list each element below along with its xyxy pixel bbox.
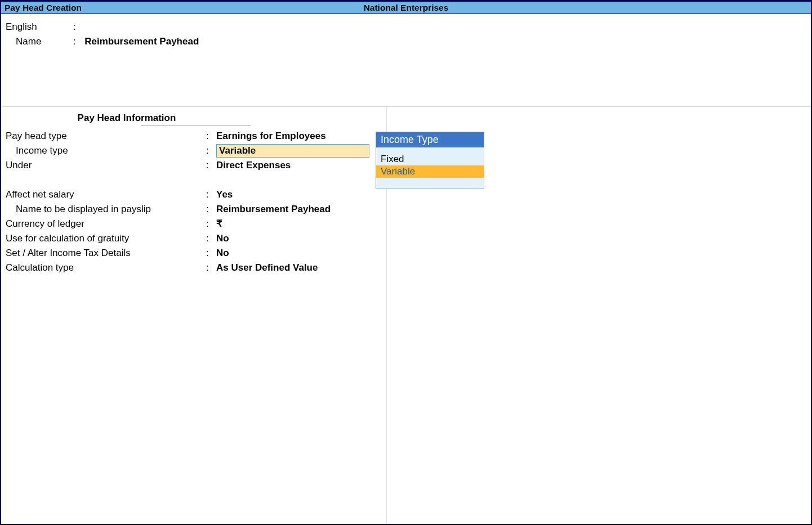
colon: :	[206, 143, 216, 158]
payhead-creation-window: Pay Head Creation National Enterprises E…	[0, 0, 812, 525]
main-area: Pay Head Information Pay head type : Ear…	[1, 107, 811, 524]
colon: :	[206, 158, 216, 173]
field-value[interactable]: Earnings for Employees	[216, 129, 326, 143]
field-gratuity: Use for calculation of gratuity : No	[6, 231, 382, 246]
dropdown-option-fixed[interactable]: Fixed	[376, 153, 484, 165]
name-value[interactable]: Reimbursement Payhead	[84, 34, 199, 49]
language-label: English	[6, 20, 73, 34]
colon: :	[73, 34, 84, 49]
income-type-input[interactable]: Variable	[216, 144, 369, 158]
field-label: Pay head type	[6, 129, 206, 143]
language-row: English :	[6, 20, 806, 34]
field-value[interactable]: Direct Expenses	[216, 158, 291, 173]
field-label: Name to be displayed in payslip	[6, 202, 206, 217]
field-payslip-name: Name to be displayed in payslip : Reimbu…	[6, 202, 382, 217]
field-value[interactable]: No	[216, 231, 229, 246]
colon: :	[206, 261, 216, 275]
company-name: National Enterprises	[364, 3, 449, 13]
income-type-dropdown: Income Type Fixed Variable	[376, 132, 484, 189]
field-currency: Currency of ledger : ₹	[6, 217, 382, 231]
field-label: Use for calculation of gratuity	[6, 231, 206, 246]
field-value[interactable]: As User Defined Value	[216, 261, 318, 275]
field-label: Calculation type	[6, 261, 206, 275]
name-label: Name	[6, 34, 73, 49]
dropdown-gap	[376, 147, 484, 153]
dropdown-title: Income Type	[376, 132, 484, 147]
header-section: English : Name : Reimbursement Payhead	[1, 14, 811, 107]
section-title: Pay Head Information	[6, 113, 248, 124]
colon: :	[206, 246, 216, 261]
field-tax-details: Set / Alter Income Tax Details : No	[6, 246, 382, 261]
colon: :	[73, 20, 79, 34]
field-value[interactable]: Reimbursement Payhead	[216, 202, 331, 217]
dropdown-option-variable[interactable]: Variable	[376, 165, 484, 178]
field-income-type: Income type : Variable	[6, 143, 382, 158]
colon: :	[206, 202, 216, 217]
spacer	[6, 173, 382, 187]
colon: :	[206, 217, 216, 231]
field-affect-net-salary: Affect net salary : Yes	[6, 187, 382, 202]
field-under: Under : Direct Expenses	[6, 158, 382, 173]
field-label: Under	[6, 158, 206, 173]
field-label: Currency of ledger	[6, 217, 206, 231]
window-titlebar: Pay Head Creation National Enterprises	[1, 1, 811, 14]
payhead-info-panel: Pay Head Information Pay head type : Ear…	[1, 107, 386, 275]
section-underline	[141, 125, 251, 125]
colon: :	[206, 231, 216, 246]
field-value[interactable]: No	[216, 246, 229, 261]
screen-title: Pay Head Creation	[1, 3, 82, 13]
dropdown-bottom	[376, 178, 484, 188]
field-value[interactable]: Yes	[216, 187, 233, 202]
field-label: Affect net salary	[6, 187, 206, 202]
colon: :	[206, 129, 216, 143]
field-label: Set / Alter Income Tax Details	[6, 246, 206, 261]
field-calculation-type: Calculation type : As User Defined Value	[6, 261, 382, 275]
field-value[interactable]: ₹	[216, 217, 222, 231]
name-row: Name : Reimbursement Payhead	[6, 34, 806, 49]
field-label: Income type	[6, 143, 206, 158]
field-pay-head-type: Pay head type : Earnings for Employees	[6, 129, 382, 143]
colon: :	[206, 187, 216, 202]
